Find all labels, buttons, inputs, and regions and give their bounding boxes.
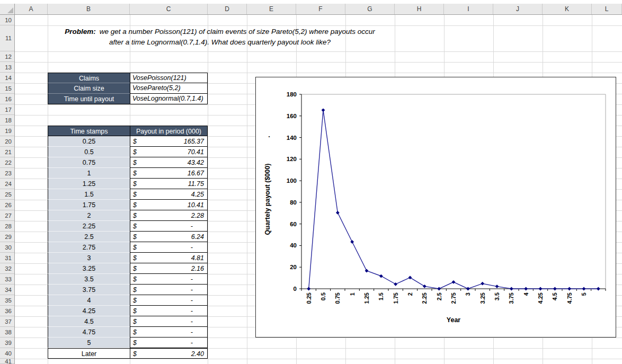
model-row-label[interactable]: Time until payout <box>48 94 130 104</box>
y-tick-label: 20 <box>290 264 297 270</box>
payout-row-value-cell[interactable]: $2.40 <box>130 348 208 359</box>
payout-row-time[interactable]: 1.25 <box>48 179 130 189</box>
column-header-L[interactable]: L <box>592 4 622 14</box>
row-header-29[interactable]: 29 <box>0 232 14 242</box>
payout-row-value-cell[interactable]: $16.67 <box>130 168 208 179</box>
payout-row-value-cell[interactable]: $- <box>130 306 208 316</box>
row-header-34[interactable]: 34 <box>0 285 14 295</box>
currency-symbol: $ <box>133 179 137 189</box>
row-header-28[interactable]: 28 <box>0 221 14 232</box>
payout-row-time[interactable]: 4.5 <box>48 316 130 327</box>
row-header-40[interactable]: 40 <box>0 348 14 359</box>
payout-row-time[interactable]: 4.25 <box>48 306 130 316</box>
payout-row-value-cell[interactable]: $11.75 <box>130 179 208 189</box>
payout-row-time[interactable]: 3.75 <box>48 285 130 295</box>
model-row-formula[interactable]: VosePoisson(121) <box>130 73 208 83</box>
payout-row-time[interactable]: 3.5 <box>48 274 130 285</box>
column-header-I[interactable]: I <box>444 4 493 14</box>
select-all-corner[interactable] <box>0 4 15 15</box>
column-header-K[interactable]: K <box>543 4 592 14</box>
column-header-H[interactable]: H <box>395 4 444 14</box>
column-header-J[interactable]: J <box>493 4 543 14</box>
row-header-31[interactable]: 31 <box>0 253 14 263</box>
column-header-C[interactable]: C <box>130 4 208 14</box>
model-row-label[interactable]: Claim size <box>48 83 130 94</box>
payout-row-value-cell[interactable]: $- <box>130 242 208 253</box>
row-header-14[interactable]: 14 <box>0 73 14 83</box>
model-row-label[interactable]: Claims <box>48 73 130 83</box>
payout-row-time[interactable]: 3.25 <box>48 263 130 274</box>
row-header-21[interactable]: 21 <box>0 147 14 157</box>
model-row-formula[interactable]: VosePareto(5,2) <box>130 83 208 94</box>
payout-row-time[interactable]: 5 <box>48 338 130 348</box>
payout-row-value-cell[interactable]: $10.41 <box>130 200 208 210</box>
column-header-G[interactable]: G <box>345 4 395 14</box>
row-header-35[interactable]: 35 <box>0 295 14 306</box>
row-header-13[interactable]: 13 <box>0 62 14 73</box>
column-header-D[interactable]: D <box>208 4 247 14</box>
payout-row-value-cell[interactable]: $2.28 <box>130 210 208 221</box>
row-header-23[interactable]: 23 <box>0 168 14 179</box>
row-header-11[interactable]: 11 <box>0 25 14 51</box>
payout-row-value-cell[interactable]: $165.37 <box>130 136 208 147</box>
payout-row-value-cell[interactable]: $4.81 <box>130 253 208 263</box>
row-header-26[interactable]: 26 <box>0 200 14 210</box>
row-header-39[interactable]: 39 <box>0 338 14 348</box>
row-header-37[interactable]: 37 <box>0 316 14 327</box>
payout-row-value-cell[interactable]: $- <box>130 338 208 348</box>
payout-header-payout[interactable]: Payout in period (000) <box>130 126 208 136</box>
payout-row-time[interactable]: 0.25 <box>48 136 130 147</box>
payout-row-time[interactable]: 2 <box>48 210 130 221</box>
payout-row-value-cell[interactable]: $- <box>130 327 208 338</box>
row-header-16[interactable]: 16 <box>0 94 14 104</box>
payout-row-value-cell[interactable]: $- <box>130 285 208 295</box>
payout-row-time[interactable]: 0.75 <box>48 157 130 168</box>
payout-row-time[interactable]: 2.5 <box>48 232 130 242</box>
row-header-36[interactable]: 36 <box>0 306 14 316</box>
currency-symbol: $ <box>133 327 137 338</box>
row-header-10[interactable]: 10 <box>0 15 14 25</box>
payout-row-value-cell[interactable]: $- <box>130 274 208 285</box>
payout-row-value-cell[interactable]: $- <box>130 316 208 327</box>
payout-row-time[interactable]: 0.5 <box>48 147 130 157</box>
row-header-22[interactable]: 22 <box>0 157 14 168</box>
model-row-formula[interactable]: VoseLognormal(0.7,1.4) <box>130 94 208 104</box>
row-header-38[interactable]: 38 <box>0 327 14 338</box>
column-header-A[interactable]: A <box>15 4 48 14</box>
payout-row-time[interactable]: 1.5 <box>48 189 130 200</box>
row-header-27[interactable]: 27 <box>0 210 14 221</box>
row-header-17[interactable]: 17 <box>0 104 14 115</box>
quarterly-payout-chart[interactable]: 0204060801001201401601800.250.50.7511.25… <box>255 77 616 338</box>
column-header-E[interactable]: E <box>247 4 296 14</box>
payout-row-time[interactable]: Later <box>48 348 130 359</box>
row-header-19[interactable]: 19 <box>0 126 14 136</box>
payout-row-time[interactable]: 1 <box>48 168 130 179</box>
payout-row-time[interactable]: 3 <box>48 253 130 263</box>
row-header-41[interactable]: 41 <box>0 359 14 364</box>
column-header-B[interactable]: B <box>48 4 130 14</box>
row-header-15[interactable]: 15 <box>0 83 14 94</box>
data-point-marker <box>423 285 426 288</box>
row-header-24[interactable]: 24 <box>0 179 14 189</box>
row-header-18[interactable]: 18 <box>0 115 14 126</box>
payout-row-time[interactable]: 2.25 <box>48 221 130 232</box>
payout-row-time[interactable]: 1.75 <box>48 200 130 210</box>
payout-row-value-cell[interactable]: $- <box>130 221 208 232</box>
payout-row-value-cell[interactable]: $70.41 <box>130 147 208 157</box>
payout-row-time[interactable]: 4 <box>48 295 130 306</box>
row-header-32[interactable]: 32 <box>0 263 14 274</box>
payout-row-value-cell[interactable]: $43.42 <box>130 157 208 168</box>
row-header-30[interactable]: 30 <box>0 242 14 253</box>
column-header-F[interactable]: F <box>296 4 345 14</box>
payout-row-value-cell[interactable]: $6.24 <box>130 232 208 242</box>
row-header-33[interactable]: 33 <box>0 274 14 285</box>
payout-row-value-cell[interactable]: $4.25 <box>130 189 208 200</box>
row-header-25[interactable]: 25 <box>0 189 14 200</box>
row-header-20[interactable]: 20 <box>0 136 14 147</box>
payout-row-time[interactable]: 2.75 <box>48 242 130 253</box>
payout-row-value-cell[interactable]: $- <box>130 295 208 306</box>
row-header-12[interactable]: 12 <box>0 51 14 62</box>
payout-header-time-stamps[interactable]: Time stamps <box>48 126 130 136</box>
payout-row-value-cell[interactable]: $2.16 <box>130 263 208 274</box>
payout-row-time[interactable]: 4.75 <box>48 327 130 338</box>
